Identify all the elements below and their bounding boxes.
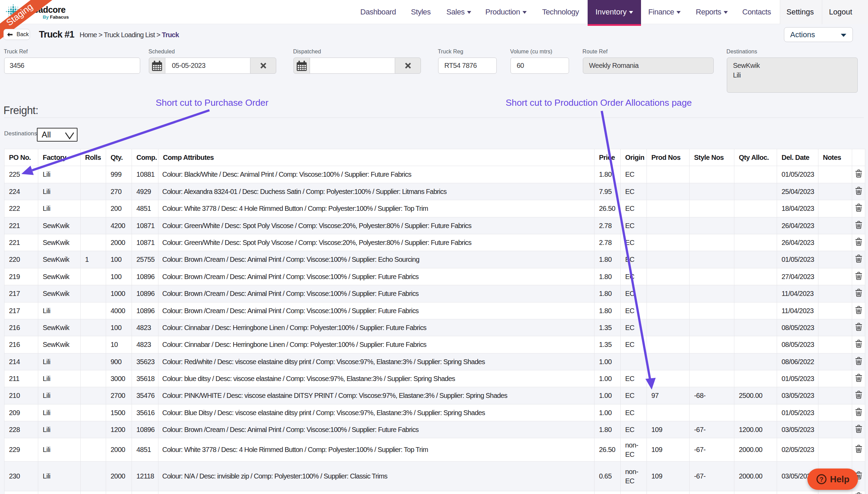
svg-text:?: ? <box>819 476 823 483</box>
